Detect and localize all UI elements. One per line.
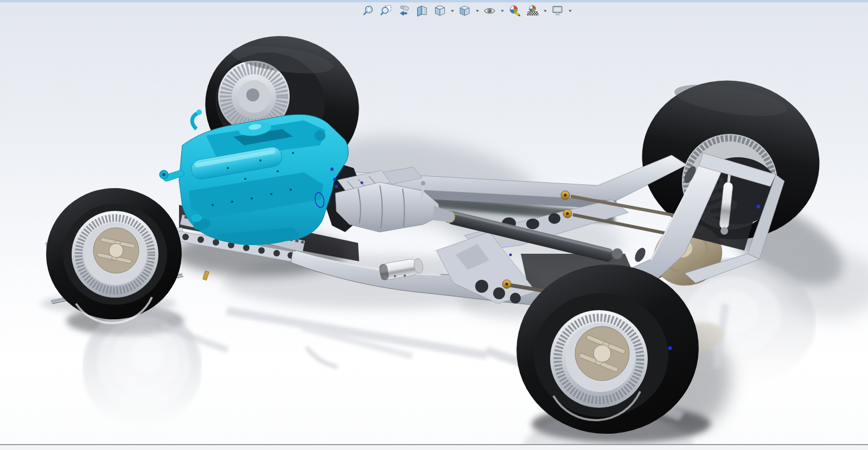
view-settings-icon: [551, 4, 564, 17]
apply-scene-icon: [526, 4, 539, 17]
view-orientation-icon: [433, 4, 446, 17]
hide-show-items-dropdown-arrow[interactable]: [500, 3, 505, 18]
section-view-icon: [416, 4, 429, 17]
status-bar-edge: [0, 444, 868, 450]
zoom-to-area-button[interactable]: [378, 3, 394, 18]
view-settings-button[interactable]: [550, 3, 566, 18]
eye-icon: [483, 4, 496, 17]
section-view-button[interactable]: [414, 3, 430, 18]
display-style-icon: [458, 4, 471, 17]
apply-scene-button[interactable]: [525, 3, 541, 18]
application-window: [0, 0, 868, 450]
hide-show-items-button[interactable]: [482, 3, 498, 18]
display-style-dropdown-arrow[interactable]: [475, 3, 480, 18]
view-settings-dropdown-arrow[interactable]: [567, 3, 573, 18]
command-manager-edge: [0, 0, 868, 3]
previous-view-icon: [398, 4, 411, 17]
zoom-to-fit-button[interactable]: [360, 3, 376, 18]
view-orientation-button[interactable]: [432, 3, 448, 18]
display-style-button[interactable]: [457, 3, 473, 18]
edit-appearance-icon: [508, 4, 521, 17]
apply-scene-dropdown-arrow[interactable]: [542, 3, 548, 18]
zoom-to-fit-icon: [362, 4, 375, 17]
zoom-to-area-icon: [380, 4, 393, 17]
view-orientation-dropdown-arrow[interactable]: [450, 3, 455, 18]
edit-appearance-button[interactable]: [507, 3, 523, 18]
3d-viewport[interactable]: [0, 0, 868, 450]
heads-up-view-toolbar: [360, 3, 573, 18]
previous-view-button[interactable]: [396, 3, 412, 18]
